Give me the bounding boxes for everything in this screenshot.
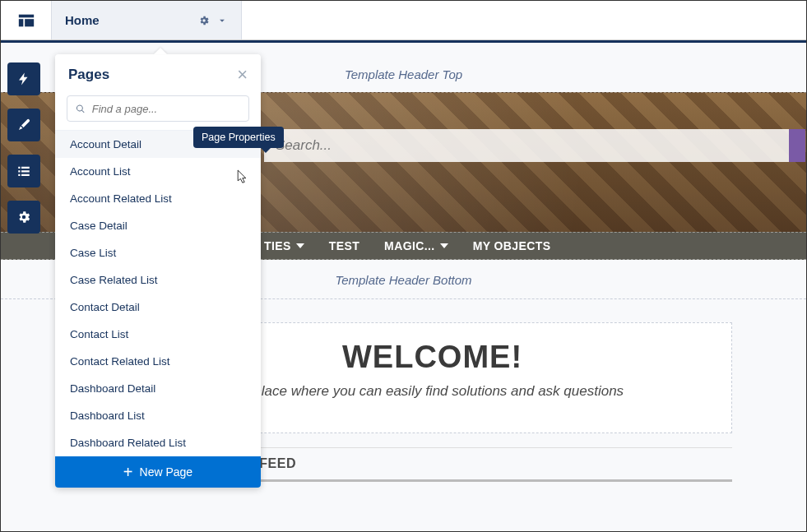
page-item-dashboard-detail[interactable]: Dashboard Detail [55, 375, 261, 402]
page-item-case-list[interactable]: Case List [55, 239, 261, 266]
page-item-dashboard-related-list[interactable]: Dashboard Related List [55, 429, 261, 456]
page-item-label: Case Related List [70, 274, 158, 286]
nav-item-test[interactable]: TEST [329, 239, 359, 252]
nav-item-magic[interactable]: MAGIC... [384, 239, 448, 252]
page-item-label: Contact Related List [70, 355, 170, 368]
left-rail [7, 62, 40, 234]
svg-rect-5 [18, 170, 20, 172]
content-area: Template Header Top TIES TEST MAGIC... M… [1, 43, 806, 531]
page-item-account-related-list[interactable]: Account Related List [55, 185, 261, 212]
page-item-case-detail[interactable]: Case Detail [55, 212, 261, 239]
lightning-icon [16, 72, 31, 86]
page-item-account-list[interactable]: Account List [55, 158, 261, 185]
page-list: Account Detail Account List Account Rela… [55, 130, 261, 456]
page-item-contact-detail[interactable]: Contact Detail [55, 294, 261, 321]
top-bar: Home [1, 1, 806, 40]
page-item-label: Contact Detail [70, 301, 140, 313]
gear-icon [16, 210, 31, 224]
chevron-down-icon [296, 243, 304, 248]
page-properties-tooltip: Page Properties [193, 127, 284, 148]
rail-structure-button[interactable] [7, 155, 40, 187]
page-item-label: Contact List [70, 328, 128, 340]
nav-item-communities[interactable]: TIES [264, 239, 304, 252]
tab-home[interactable]: Home [52, 1, 242, 39]
page-item-label: Case List [70, 247, 116, 259]
nav-item-label-partial: MAGIC... [384, 239, 435, 252]
new-page-button[interactable]: + New Page [55, 456, 261, 488]
rail-lightning-button[interactable] [7, 62, 40, 95]
svg-rect-6 [21, 170, 30, 172]
page-item-label: Account List [70, 165, 131, 178]
cursor-icon [235, 169, 248, 185]
find-page-input[interactable] [92, 103, 240, 115]
search-input[interactable] [276, 137, 778, 154]
pages-panel-header: Pages × [55, 54, 261, 92]
chevron-down-icon [440, 243, 448, 248]
nav-item-label-partial: TIES [264, 239, 291, 252]
new-page-button-label: New Page [140, 465, 193, 479]
svg-rect-3 [18, 167, 20, 169]
close-icon[interactable]: × [237, 66, 248, 84]
svg-rect-0 [18, 19, 23, 26]
svg-rect-1 [25, 19, 34, 26]
rail-settings-button[interactable] [7, 201, 40, 234]
pages-panel-title: Pages [68, 67, 109, 83]
svg-rect-4 [21, 167, 30, 169]
svg-rect-7 [18, 174, 20, 176]
list-icon [16, 164, 31, 178]
page-item-contact-list[interactable]: Contact List [55, 321, 261, 348]
builder-logo[interactable] [1, 1, 52, 39]
page-item-label: Account Detail [70, 138, 141, 150]
page-item-case-related-list[interactable]: Case Related List [55, 266, 261, 294]
search-icon [76, 104, 86, 114]
svg-rect-8 [21, 174, 30, 176]
search-button-accent[interactable] [789, 129, 805, 162]
page-item-label: Dashboard Detail [70, 382, 155, 395]
gear-icon[interactable] [198, 15, 210, 26]
page-item-label: Dashboard Related List [70, 437, 186, 449]
layout-icon [17, 12, 35, 30]
search-bar[interactable] [264, 129, 790, 162]
svg-rect-2 [18, 14, 33, 17]
page-item-dashboard-list[interactable]: Dashboard List [55, 402, 261, 429]
find-page-input-wrapper[interactable] [67, 95, 249, 122]
page-item-contact-related-list[interactable]: Contact Related List [55, 348, 261, 375]
nav-item-myobjects[interactable]: MY OBJECTS [473, 239, 551, 252]
pages-panel: Pages × Account Detail Account List Acco… [55, 54, 261, 488]
tab-home-label: Home [65, 13, 100, 27]
page-item-label: Case Detail [70, 220, 128, 232]
page-item-label: Account Related List [70, 192, 172, 205]
plus-icon: + [123, 464, 133, 480]
brush-icon [16, 118, 31, 132]
chevron-down-icon[interactable] [216, 15, 228, 26]
rail-brush-button[interactable] [7, 109, 40, 141]
page-item-label: Dashboard List [70, 409, 145, 422]
